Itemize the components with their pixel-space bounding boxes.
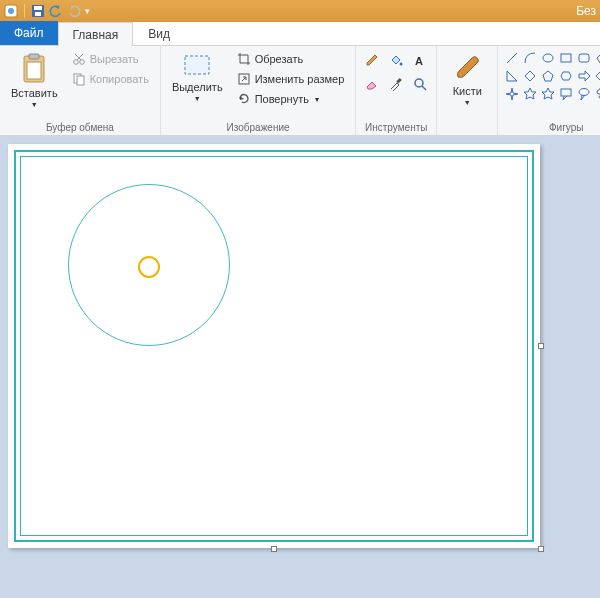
group-label: Фигуры: [504, 120, 600, 133]
svg-rect-6: [29, 54, 39, 59]
shape-callout-cloud[interactable]: [594, 86, 600, 102]
crop-icon: [237, 52, 251, 66]
shape-hexagon[interactable]: [558, 68, 574, 84]
rotate-icon: [237, 92, 251, 106]
svg-point-1: [8, 8, 14, 14]
rotate-button[interactable]: Повернуть ▾: [232, 90, 350, 108]
save-icon[interactable]: [31, 4, 45, 18]
shape-arrow-left[interactable]: [594, 68, 600, 84]
svg-point-14: [400, 63, 403, 66]
shape-arrow-right[interactable]: [576, 68, 592, 84]
svg-point-8: [73, 60, 78, 65]
group-label: Изображение: [167, 120, 349, 133]
svg-rect-4: [35, 12, 41, 16]
svg-point-17: [415, 79, 423, 87]
svg-rect-3: [34, 6, 42, 10]
cut-button[interactable]: Вырезать: [67, 50, 154, 68]
svg-point-9: [79, 60, 84, 65]
drawing: [8, 144, 540, 548]
chevron-down-icon: ▼: [194, 95, 201, 102]
resize-handle-bottom[interactable]: [271, 546, 277, 552]
svg-rect-12: [185, 56, 209, 74]
resize-handle-corner[interactable]: [538, 546, 544, 552]
group-clipboard: Вставить ▼ Вырезать Копировать Буфер: [0, 46, 161, 135]
crop-button[interactable]: Обрезать: [232, 50, 350, 68]
paste-button[interactable]: Вставить ▼: [6, 50, 63, 111]
group-label: Буфер обмена: [6, 120, 154, 133]
ribbon: Вставить ▼ Вырезать Копировать Буфер: [0, 46, 600, 136]
shapes-gallery[interactable]: [504, 50, 600, 102]
svg-rect-7: [27, 62, 41, 79]
workspace: [0, 136, 600, 598]
window-title: Без: [576, 4, 596, 18]
undo-icon[interactable]: [49, 4, 63, 18]
brushes-button[interactable]: Кисти ▼: [443, 50, 491, 109]
resize-handle-right[interactable]: [538, 343, 544, 349]
shape-star4[interactable]: [504, 86, 520, 102]
quick-access-toolbar: ▾: [4, 4, 90, 18]
group-image: Выделить ▼ Обрезать Изменить размер: [161, 46, 356, 135]
shape-curve[interactable]: [522, 50, 538, 66]
tab-file[interactable]: Файл: [0, 21, 58, 45]
svg-point-22: [579, 89, 589, 96]
pencil-tool[interactable]: [362, 50, 382, 70]
shape-star5[interactable]: [522, 86, 538, 102]
eraser-tool[interactable]: [362, 74, 382, 94]
tab-view[interactable]: Вид: [133, 21, 185, 45]
select-icon: [182, 53, 212, 79]
magnifier-tool[interactable]: [410, 74, 430, 94]
copy-button[interactable]: Копировать: [67, 70, 154, 88]
shape-line[interactable]: [504, 50, 520, 66]
group-brushes: Кисти ▼: [437, 46, 498, 135]
shape-roundrect[interactable]: [576, 50, 592, 66]
resize-icon: [237, 72, 251, 86]
group-tools: A Инструменты: [356, 46, 437, 135]
scissors-icon: [72, 52, 86, 66]
shape-star6[interactable]: [540, 86, 556, 102]
resize-button[interactable]: Изменить размер: [232, 70, 350, 88]
chevron-down-icon: ▾: [315, 95, 319, 104]
svg-text:A: A: [415, 55, 423, 67]
shape-polygon[interactable]: [594, 50, 600, 66]
shape-diamond[interactable]: [522, 68, 538, 84]
svg-rect-11: [77, 76, 84, 85]
titlebar: ▾ Без: [0, 0, 600, 22]
svg-rect-21: [561, 89, 571, 96]
copy-icon: [72, 72, 86, 86]
svg-rect-20: [579, 54, 589, 62]
chevron-down-icon: ▼: [464, 99, 471, 106]
app-icon: [4, 4, 18, 18]
shape-right-triangle[interactable]: [504, 68, 520, 84]
redo-icon[interactable]: [67, 4, 81, 18]
brush-icon: [452, 53, 482, 83]
tabstrip: Файл Главная Вид: [0, 22, 600, 46]
shape-pentagon[interactable]: [540, 68, 556, 84]
group-label: Инструменты: [362, 120, 430, 133]
chevron-down-icon: ▼: [31, 101, 38, 108]
svg-rect-19: [561, 54, 571, 62]
shape-oval[interactable]: [540, 50, 556, 66]
select-button[interactable]: Выделить ▼: [167, 50, 228, 105]
fill-tool[interactable]: [386, 50, 406, 70]
text-tool[interactable]: A: [410, 50, 430, 70]
picker-tool[interactable]: [386, 74, 406, 94]
clipboard-icon: [20, 53, 48, 85]
canvas[interactable]: [8, 144, 540, 548]
tab-home[interactable]: Главная: [58, 22, 134, 46]
shape-rect[interactable]: [558, 50, 574, 66]
group-label: [443, 120, 491, 133]
small-circle: [138, 256, 160, 278]
qat-customize-icon[interactable]: ▾: [85, 6, 90, 16]
shape-callout-oval[interactable]: [576, 86, 592, 102]
svg-point-18: [543, 54, 553, 62]
group-shapes: Фигуры: [498, 46, 600, 135]
shape-callout-rect[interactable]: [558, 86, 574, 102]
